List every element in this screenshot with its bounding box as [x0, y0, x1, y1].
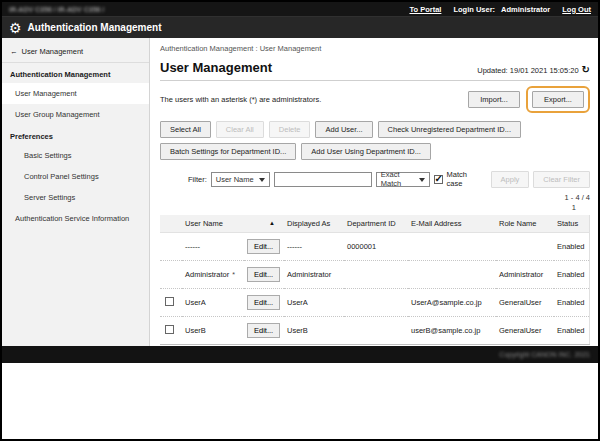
toolbar-row-2: Batch Settings for Department ID... Add … — [160, 143, 590, 160]
filter-match-select[interactable]: Exact Match — [376, 172, 430, 187]
top-links: To Portal Login User: Administrator Log … — [409, 5, 591, 14]
cell-user-name: UserA — [182, 289, 244, 317]
match-case-label: Match case — [447, 170, 481, 188]
cell-displayed-as: ------ — [284, 233, 344, 261]
table-row: UserA Edit... UserA UserA@sample.co.jp G… — [160, 289, 590, 317]
browser-page: iR-ADV C356 / iR-ADV C356 / To Portal Lo… — [0, 0, 600, 441]
main-content: Authentication Management : User Managem… — [150, 38, 598, 346]
sidebar-item-control-panel-settings[interactable]: Control Panel Settings — [2, 166, 149, 187]
cell-status: Enabled — [554, 317, 590, 345]
column-header-displayed-as[interactable]: Displayed As — [284, 215, 344, 233]
cell-department-id: 0000001 — [344, 233, 408, 261]
cell-email — [408, 261, 496, 289]
export-button[interactable]: Export... — [532, 91, 584, 108]
filter-field-select[interactable]: User Name — [211, 172, 270, 187]
edit-button[interactable]: Edit... — [247, 239, 280, 254]
log-out-link[interactable]: Log Out — [562, 5, 591, 14]
cell-role-name: GeneralUser — [496, 317, 554, 345]
admin-asterisk-note: The users with an asterisk (*) are admin… — [160, 95, 321, 104]
select-all-button[interactable]: Select All — [160, 121, 211, 138]
add-user-button[interactable]: Add User... — [315, 121, 372, 138]
match-case-checkbox[interactable] — [434, 175, 443, 184]
check-unregistered-department-id-button[interactable]: Check Unregistered Department ID... — [378, 121, 521, 138]
top-bar: iR-ADV C356 / iR-ADV C356 / To Portal Lo… — [2, 2, 598, 16]
login-user-value: Administrator — [501, 5, 550, 14]
toolbar-row-1: Select All Clear All Delete Add User... … — [160, 121, 590, 138]
cell-department-id — [344, 289, 408, 317]
updated-timestamp: Updated: 19/01 2021 15:05:20 ↻ — [477, 65, 590, 75]
back-arrow-icon: ← — [10, 47, 18, 56]
edit-button[interactable]: Edit... — [247, 323, 280, 338]
login-user-label: Login User: — [453, 5, 495, 14]
cell-role-name: Administrator — [496, 261, 554, 289]
list-range: 1 - 4 / 4 — [160, 193, 590, 203]
sidebar-item-authentication-service-information[interactable]: Authentication Service Information — [2, 208, 149, 229]
cell-displayed-as: UserB — [284, 317, 344, 345]
column-header-role-name[interactable]: Role Name — [496, 215, 554, 233]
to-portal-link[interactable]: To Portal — [409, 5, 441, 14]
user-table: User Name ▲ Displayed As Department ID E… — [160, 215, 590, 345]
filter-row: Filter: User Name Exact Match Match case… — [188, 170, 590, 188]
batch-settings-for-department-id-button[interactable]: Batch Settings for Department ID... — [160, 143, 296, 160]
sidebar-section-preferences: Preferences — [2, 125, 149, 145]
sidebar-back-user-management[interactable]: ←User Management — [2, 41, 149, 63]
cell-department-id — [344, 261, 408, 289]
cell-email: userB@sample.co.jp — [408, 317, 496, 345]
sidebar-item-user-group-management[interactable]: User Group Management — [2, 104, 149, 125]
clear-filter-button: Clear Filter — [533, 171, 590, 188]
cell-displayed-as: Administrator — [284, 261, 344, 289]
app-title: Authentication Management — [28, 22, 162, 33]
table-header-row: User Name ▲ Displayed As Department ID E… — [160, 215, 590, 233]
row-checkbox[interactable] — [165, 297, 174, 306]
page-body: ←User Management Authentication Manageme… — [2, 38, 598, 346]
delete-button: Delete — [269, 121, 311, 138]
chevron-down-icon — [259, 178, 265, 182]
filter-label: Filter: — [188, 175, 207, 184]
page-title: User Management — [160, 60, 272, 75]
export-highlight-callout: Export... — [526, 86, 590, 113]
row-checkbox[interactable] — [165, 325, 174, 334]
column-header-email[interactable]: E-Mail Address — [408, 215, 496, 233]
table-row: ------ Edit... ------ 0000001 Enabled — [160, 233, 590, 261]
add-user-using-department-id-button[interactable]: Add User Using Department ID... — [301, 143, 431, 160]
admin-asterisk: * — [232, 271, 235, 278]
breadcrumb: Authentication Management : User Managem… — [160, 44, 590, 53]
import-export-group: Import... Export... — [468, 86, 590, 113]
pagination-top: 1 - 4 / 4 1 — [160, 193, 590, 213]
device-name-blurred: iR-ADV C356 / iR-ADV C356 / — [9, 6, 104, 13]
note-row: The users with an asterisk (*) are admin… — [160, 86, 590, 113]
column-header-user-name[interactable]: User Name ▲ — [182, 215, 284, 233]
cell-email — [408, 233, 496, 261]
table-row: UserB Edit... UserB userB@sample.co.jp G… — [160, 317, 590, 345]
cell-status: Enabled — [554, 233, 590, 261]
login-user: Login User: Administrator — [453, 5, 550, 14]
footer-bar: Copyright CANON INC. 2021 — [2, 346, 598, 363]
table-row: Administrator* Edit... Administrator Adm… — [160, 261, 590, 289]
header-checkbox-column — [160, 215, 182, 233]
edit-button[interactable]: Edit... — [247, 295, 280, 310]
cell-status: Enabled — [554, 261, 590, 289]
cell-displayed-as: UserA — [284, 289, 344, 317]
cell-user-name: ------ — [182, 233, 244, 261]
refresh-icon[interactable]: ↻ — [582, 65, 590, 75]
title-row: User Management Updated: 19/01 2021 15:0… — [160, 60, 590, 81]
sidebar: ←User Management Authentication Manageme… — [2, 38, 150, 346]
sidebar-item-server-settings[interactable]: Server Settings — [2, 187, 149, 208]
cell-department-id — [344, 317, 408, 345]
sidebar-item-user-management[interactable]: User Management — [2, 83, 149, 104]
column-header-department-id[interactable]: Department ID — [344, 215, 408, 233]
copyright-blurred: Copyright CANON INC. 2021 — [499, 351, 590, 358]
cell-status: Enabled — [554, 289, 590, 317]
clear-all-button: Clear All — [216, 121, 264, 138]
column-header-status[interactable]: Status — [554, 215, 590, 233]
import-button[interactable]: Import... — [468, 91, 520, 108]
filter-keyword-input[interactable] — [274, 172, 372, 187]
cell-role-name — [496, 233, 554, 261]
empty-area — [2, 363, 598, 439]
sidebar-item-basic-settings[interactable]: Basic Settings — [2, 145, 149, 166]
apply-button: Apply — [491, 171, 530, 188]
cell-role-name: GeneralUser — [496, 289, 554, 317]
chevron-down-icon — [419, 178, 425, 182]
page-number: 1 — [160, 203, 590, 213]
edit-button[interactable]: Edit... — [247, 267, 280, 282]
